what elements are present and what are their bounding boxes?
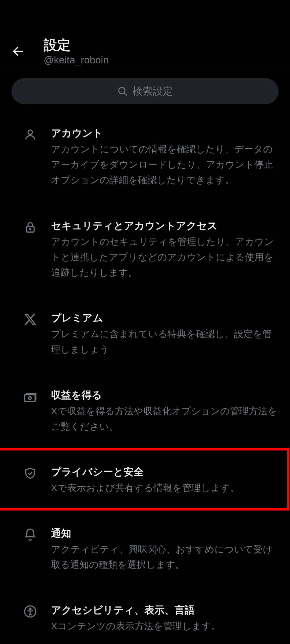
search-icon [117,86,128,97]
settings-item-account[interactable]: アカウント アカウントについての情報を確認したり、データのアーカイブをダウンロー… [0,111,290,204]
item-desc: Xで収益を得る方法や収益化オプションの管理方法をご覧ください。 [51,404,278,434]
settings-item-premium[interactable]: プレミアム プレミアムに含まれている特典を確認し、設定を管理しましょう [0,296,290,373]
money-icon [23,390,38,405]
user-handle: @keita_roboin [44,54,109,66]
item-title: アカウント [51,126,278,140]
bell-icon [23,528,37,541]
shield-check-icon [23,467,37,480]
settings-list: アカウント アカウントについての情報を確認したり、データのアーカイブをダウンロー… [0,111,290,644]
header: 設定 @keita_roboin [0,0,290,72]
search-wrap: 検索設定 [0,72,290,111]
person-icon [23,128,37,141]
item-title: アクセシビリティ、表示、言語 [51,603,278,616]
item-desc: アカウントのセキュリティを管理したり、アカウントと連携したアプリなどのアカウント… [51,234,278,281]
title-block: 設定 @keita_roboin [44,37,109,66]
item-title: セキュリティとアカウントアクセス [51,219,278,232]
search-input[interactable]: 検索設定 [11,78,279,104]
item-title: 通知 [51,527,278,540]
settings-item-notifications[interactable]: 通知 アクティビティ、興味関心、おすすめについて受け取る通知の種類を選択します。 [0,511,290,588]
settings-item-accessibility[interactable]: アクセシビリティ、表示、言語 Xコンテンツの表示方法を管理します。 [0,588,290,644]
lock-icon [23,220,37,234]
svg-point-10 [30,608,31,610]
svg-line-2 [124,93,127,95]
item-title: プライバシーと安全 [51,465,278,478]
item-title: 収益を得る [51,388,278,401]
svg-point-8 [29,396,31,399]
svg-rect-7 [25,394,35,401]
settings-item-security[interactable]: セキュリティとアカウントアクセス アカウントのセキュリティを管理したり、アカウン… [0,204,290,296]
accessibility-icon [23,605,37,618]
settings-item-privacy[interactable]: プライバシーと安全 Xで表示および共有する情報を管理します。 [0,450,290,511]
back-button[interactable] [8,41,28,61]
search-placeholder: 検索設定 [133,85,173,98]
item-desc: Xで表示および共有する情報を管理します。 [51,480,278,496]
item-desc: アクティビティ、興味関心、おすすめについて受け取る通知の種類を選択します。 [51,542,278,573]
settings-screen: 設定 @keita_roboin 検索設定 [0,0,290,644]
settings-item-monetization[interactable]: 収益を得る Xで収益を得る方法や収益化オプションの管理方法をご覧ください。 [0,373,290,450]
item-desc: プレミアムに含まれている特典を確認し、設定を管理しましょう [51,326,278,357]
x-logo-icon [23,313,37,326]
arrow-left-icon [11,45,25,58]
page-title: 設定 [44,37,109,53]
item-desc: Xコンテンツの表示方法を管理します。 [51,619,278,634]
svg-point-3 [28,130,32,135]
item-desc: アカウントについての情報を確認したり、データのアーカイブをダウンロードしたり、ア… [51,142,278,188]
item-title: プレミアム [51,311,278,324]
